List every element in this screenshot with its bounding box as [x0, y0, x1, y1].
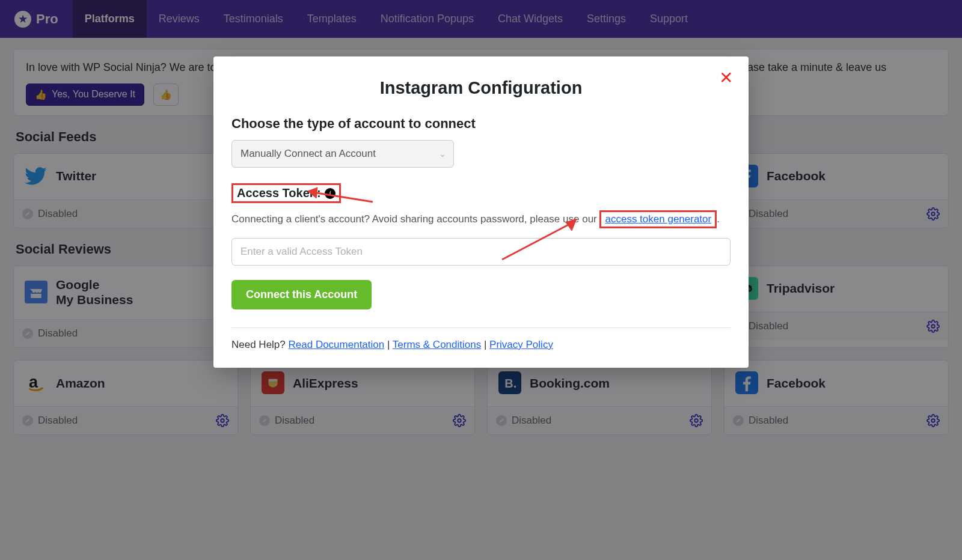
- access-token-generator-highlight: access token generator: [599, 210, 717, 228]
- terms-link[interactable]: Terms & Conditions: [393, 339, 481, 350]
- modal-divider: [231, 327, 731, 328]
- choose-account-label: Choose the type of account to connect: [231, 116, 731, 132]
- connect-account-button[interactable]: Connect this Account: [231, 280, 372, 309]
- read-documentation-link[interactable]: Read Documentation: [289, 339, 385, 350]
- modal-footer-help: Need Help? Read Documentation | Terms & …: [231, 339, 731, 351]
- connect-type-select[interactable]: Manually Connect an Account ⌄: [231, 140, 454, 168]
- info-icon[interactable]: i: [325, 188, 335, 199]
- chevron-down-icon: ⌄: [439, 149, 446, 159]
- instagram-config-modal: ✕ Instagram Configuration Choose the typ…: [213, 56, 749, 368]
- privacy-link[interactable]: Privacy Policy: [489, 339, 553, 350]
- access-token-label-highlight: Access Token: i: [231, 183, 341, 203]
- close-icon[interactable]: ✕: [719, 70, 733, 87]
- select-value: Manually Connect an Account: [240, 148, 376, 159]
- modal-title: Instagram Configuration: [231, 78, 731, 98]
- access-token-generator-link[interactable]: access token generator: [605, 213, 711, 225]
- access-token-input[interactable]: [231, 238, 731, 266]
- access-token-label: Access Token:: [237, 186, 321, 200]
- access-token-helper: Connecting a client's account? Avoid sha…: [231, 210, 731, 228]
